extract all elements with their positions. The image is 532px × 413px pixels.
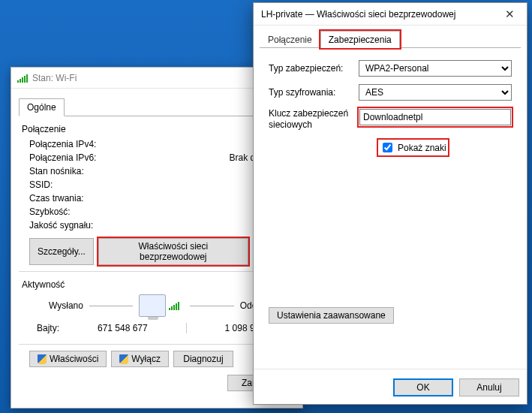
media-label: Stan nośnika: [29,166,84,176]
encryption-type-label: Typ szyfrowania: [269,87,359,98]
wifi-signal-icon [17,74,28,83]
disable-button[interactable]: Wyłącz [111,351,169,367]
wireless-properties-button[interactable]: Właściwości sieci bezprzewodowej [98,238,248,265]
duration-label: Czas trwania: [29,193,84,203]
details-button[interactable]: Szczegóły... [29,238,94,265]
diagnose-button[interactable]: Diagnozuj [173,351,233,367]
show-characters-checkbox[interactable]: Pokaż znaki [380,140,446,155]
activity-sent-label: Wysłano [49,300,83,311]
ok-button[interactable]: OK [393,378,453,396]
show-characters-input[interactable] [383,143,392,152]
network-key-input[interactable] [359,109,511,125]
properties-button[interactable]: Właściwości [29,351,107,367]
network-key-label: Klucz zabezpieczeń sieciowych [269,108,359,131]
shield-icon [119,354,128,364]
dialog-title: LH-private — Właściwości sieci bezprzewo… [261,9,455,20]
tab-general[interactable]: Ogólne [19,98,65,116]
computer-icon [139,294,184,317]
advanced-settings-button[interactable]: Ustawienia zaawansowane [269,307,394,324]
ipv4-label: Połączenia IPv4: [29,139,96,149]
bytes-label: Bajty: [37,323,59,333]
tab-security[interactable]: Zabezpieczenia [320,31,400,48]
close-icon[interactable]: ✕ [492,3,527,26]
tab-connection[interactable]: Połączenie [260,31,320,48]
props-tabstrip: Połączenie Zabezpieczenia [260,30,521,48]
security-type-select[interactable]: WPA2-Personal [359,60,512,77]
speed-label: Szybkość: [29,206,71,217]
ssid-label: SSID: [29,179,53,190]
bytes-sent: 671 548 677 [98,323,148,333]
cancel-button[interactable]: Anuluj [459,378,519,396]
status-title: Stan: Wi-Fi [32,73,77,83]
wireless-properties-dialog: LH-private — Właściwości sieci bezprzewo… [253,2,527,405]
shield-icon [38,354,47,364]
signal-quality-label: Jakość sygnału: [29,220,93,231]
ipv6-label: Połączenia IPv6: [29,152,96,163]
encryption-type-select[interactable]: AES [359,84,512,101]
security-type-label: Typ zabezpieczeń: [269,63,359,74]
